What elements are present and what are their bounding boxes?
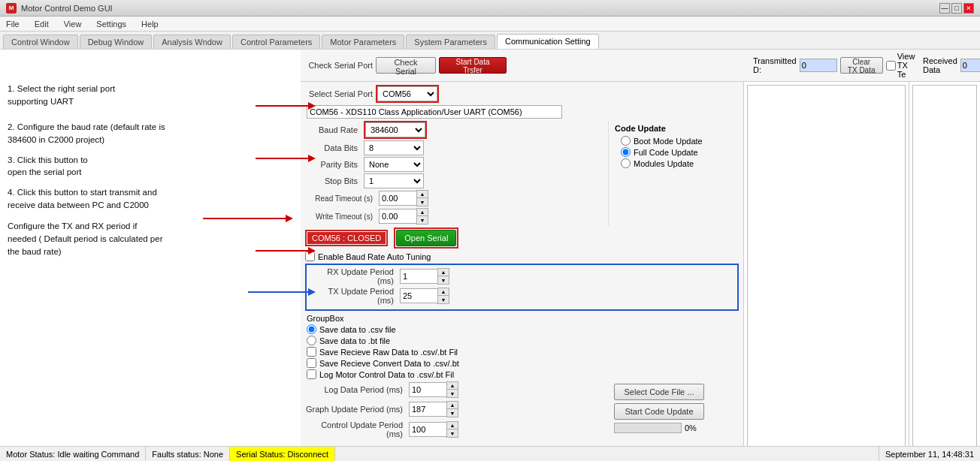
progress-row: 0% (614, 423, 737, 433)
log-period-input[interactable] (409, 382, 446, 397)
start-code-update-button[interactable]: Start Code Update (614, 403, 704, 420)
full-code-radio: Full Code Update (615, 147, 737, 157)
menu-settings[interactable]: Settings (93, 18, 129, 30)
data-bits-select[interactable]: 8 (364, 140, 424, 155)
serial-port-row: Select Serial Port COM56 COM1 (301, 85, 743, 103)
rx-update-label: RX Update Period (ms) (311, 267, 394, 285)
tx-value[interactable] (800, 59, 837, 72)
graph-update-input[interactable] (409, 402, 446, 417)
port-description (307, 105, 562, 119)
control-update-label: Control Update Period (ms) (305, 420, 403, 438)
close-button[interactable]: ✕ (963, 3, 974, 14)
open-serial-row: COM56 : CLOSED Open Serial (301, 226, 743, 250)
period-col: Log Data Period (ms) ▲ ▼ (301, 381, 608, 441)
maximize-button[interactable]: □ (951, 3, 962, 14)
control-update-spinbox: ▲ ▼ (409, 421, 458, 438)
log-period-up[interactable]: ▲ (447, 382, 458, 390)
tab-control-parameters[interactable]: Control Parameters (232, 35, 320, 49)
app-container: M Motor Control Demo GUI — □ ✕ File Edit… (0, 0, 980, 461)
modules-update-radio: Modules Update (615, 158, 737, 168)
tab-communication-setting[interactable]: Communication Setting (497, 34, 599, 49)
annotation-2: 2. Configure the baud rate (default rate… (8, 121, 293, 146)
groupbox-label: GroupBox (301, 312, 743, 324)
open-serial-status-highlight: COM56 : CLOSED (305, 230, 388, 246)
menu-edit[interactable]: Edit (32, 18, 52, 30)
write-timeout-down[interactable]: ▼ (417, 216, 428, 224)
open-serial-button[interactable]: Open Serial (396, 230, 456, 246)
main-area: 1. Select the right serial port supporti… (0, 50, 980, 461)
read-timeout-row: Read Timeout (s) ▲ ▼ (301, 190, 608, 206)
enable-baud-rate-row: Enable Baud Rate Auto Tuning (301, 252, 743, 261)
config-header-row: Check Serial Port Check Serial Start Dat… (305, 57, 749, 74)
write-timeout-up[interactable]: ▲ (417, 209, 428, 216)
graph-update-up[interactable]: ▲ (447, 402, 458, 409)
save-convert-row: Save Recieve Convert Data to .csv/.bt (301, 358, 743, 368)
rx-update-input[interactable] (400, 269, 437, 284)
progress-bar (614, 423, 682, 433)
log-period-down[interactable]: ▼ (447, 390, 458, 397)
rx-update-up[interactable]: ▲ (438, 269, 449, 276)
log-period-spinbox: ▲ ▼ (409, 381, 458, 398)
motor-status: Motor Status: Idle waiting Command (0, 447, 146, 461)
log-period-label: Log Data Period (ms) (305, 385, 403, 394)
menu-help[interactable]: Help (138, 18, 162, 30)
fault-status: Faults status: None (146, 447, 230, 461)
tab-control-window[interactable]: Control Window (3, 35, 78, 49)
top-data-row: Check Serial Port Check Serial Start Dat… (301, 50, 980, 82)
control-update-row: Control Update Period (ms) ▲ ▼ (301, 420, 608, 439)
menu-file[interactable]: File (3, 18, 23, 30)
check-serial-button[interactable]: Check Serial (376, 57, 436, 74)
bottom-section: Log Data Period (ms) ▲ ▼ (301, 381, 743, 441)
rx-update-spinbox: ▲ ▼ (400, 268, 449, 285)
view-tx-check[interactable]: View TX Te (886, 52, 918, 79)
save-bt-row: Save data to .bt file (301, 336, 743, 345)
menu-view[interactable]: View (61, 18, 85, 30)
menu-bar: File Edit View Settings Help (0, 17, 980, 32)
rx-update-down[interactable]: ▼ (438, 276, 449, 284)
title-bar: M Motor Control Demo GUI — □ ✕ (0, 0, 980, 17)
tab-system-parameters[interactable]: System Parameters (406, 35, 495, 49)
write-timeout-spinbox: ▲ ▼ (379, 208, 428, 224)
tx-data-display (747, 85, 906, 458)
tx-update-down[interactable]: ▼ (438, 296, 449, 303)
select-code-file-button[interactable]: Select Code File ... (614, 384, 704, 400)
read-timeout-down[interactable]: ▼ (417, 198, 428, 206)
read-timeout-label: Read Timeout (s) (305, 194, 373, 203)
read-timeout-input[interactable] (379, 191, 416, 206)
title-bar-left: M Motor Control Demo GUI (6, 3, 113, 14)
open-serial-status: COM56 : CLOSED (307, 232, 386, 244)
minimize-button[interactable]: — (939, 3, 950, 14)
status-bar: Motor Status: Idle waiting Command Fault… (0, 446, 980, 461)
write-timeout-input[interactable] (379, 209, 416, 224)
tab-debug-window[interactable]: Debug Window (80, 35, 153, 49)
graph-update-row: Graph Update Period (ms) ▲ ▼ (301, 400, 608, 418)
svg-marker-7 (308, 247, 316, 255)
serial-port-select[interactable]: COM56 COM1 (377, 86, 437, 101)
graph-update-down[interactable]: ▼ (447, 409, 458, 417)
app-icon: M (6, 3, 17, 14)
parity-bits-select[interactable]: None (364, 157, 424, 172)
control-update-up[interactable]: ▲ (447, 422, 458, 429)
tab-motor-parameters[interactable]: Motor Parameters (322, 35, 404, 49)
check-serial-label: Check Serial Port (305, 61, 373, 70)
code-update-title: Code Update (615, 124, 737, 133)
tab-analysis-window[interactable]: Analysis Wndow (153, 35, 231, 49)
baud-rate-row: Baud Rate 384600 115200 9600 (301, 121, 608, 139)
code-update-section: Code Update Boot Mode Update Full Code U… (608, 121, 743, 226)
tx-update-row: TX Update Period (ms) ▲ ▼ (311, 287, 733, 305)
rx-value[interactable] (960, 59, 980, 72)
tx-update-up[interactable]: ▲ (438, 288, 449, 296)
control-update-down[interactable]: ▼ (447, 429, 458, 437)
baud-rate-label: Baud Rate (305, 125, 358, 134)
rx-header: Received Data Clear RX Data View RX Te (923, 52, 980, 79)
graph-update-label: Graph Update Period (ms) (305, 405, 403, 414)
read-timeout-up[interactable]: ▲ (417, 191, 428, 198)
tx-update-input[interactable] (400, 288, 437, 303)
start-data-button[interactable]: Start Data Trsfer (439, 57, 507, 74)
arrow-3 (203, 203, 293, 234)
clear-tx-button[interactable]: Clear TX Data (840, 57, 883, 74)
tx-update-spinbox: ▲ ▼ (400, 288, 449, 304)
baud-rate-select[interactable]: 384600 115200 9600 (365, 122, 425, 137)
control-update-input[interactable] (409, 422, 446, 437)
stop-bits-select[interactable]: 1 (364, 173, 424, 188)
